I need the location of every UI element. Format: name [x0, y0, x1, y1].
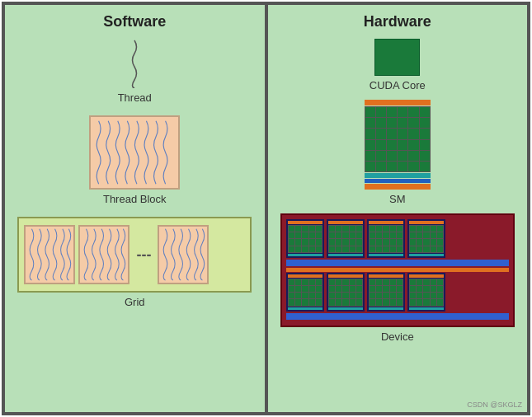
grid-block-3: [158, 225, 209, 284]
sm-cell: [376, 140, 386, 150]
cuda-core-label: CUDA Core: [370, 79, 426, 91]
sm-cell: [398, 107, 407, 117]
sm-cell: [365, 140, 375, 150]
sm-cell: [408, 107, 418, 117]
grid-block-1: [24, 225, 75, 284]
sm-cell: [408, 140, 418, 150]
sm-cell: [420, 140, 430, 150]
sm-cell: [387, 107, 397, 117]
device-label: Device: [381, 330, 414, 343]
sm-cell: [365, 129, 375, 138]
sm-cell: [420, 151, 430, 161]
grid-section: --- Grid: [12, 217, 258, 308]
sm-visual: [365, 100, 431, 190]
sm-cell: [420, 162, 430, 171]
hardware-panel: Hardware CUDA Core: [266, 3, 530, 414]
sm-cell: [408, 118, 418, 128]
sm-cell: [420, 107, 430, 117]
device-row-2: [286, 273, 509, 312]
sm-stripe-blue: [365, 179, 431, 183]
sm-stripe-teal: [365, 173, 431, 178]
main-container: Software Thread: [2, 2, 530, 415]
device-sm-stripe-o: [288, 221, 322, 224]
device-sm-2: [327, 219, 365, 258]
device-section: Device: [280, 213, 515, 343]
thread-section: Thread: [118, 39, 152, 104]
sm-cell: [376, 118, 386, 128]
sm-cell: [398, 118, 407, 128]
sm-stripe-top: [365, 100, 431, 105]
grid-dots: ---: [133, 246, 154, 264]
thread-label: Thread: [118, 91, 152, 104]
device-sm-1: [286, 219, 324, 258]
sm-cell: [365, 118, 375, 128]
sm-cell: [408, 162, 418, 171]
sm-cell: [387, 129, 397, 138]
software-panel: Software Thread: [3, 3, 266, 414]
sm-cell: [376, 129, 386, 138]
device-sm-3: [367, 219, 405, 258]
device-blue-stripe-2: [286, 313, 509, 320]
sm-cell: [376, 162, 386, 171]
device-sm-8: [407, 273, 445, 312]
sm-stripe-bottom: [365, 184, 431, 190]
device-sm-7: [367, 273, 405, 312]
device-sm-4: [407, 219, 445, 258]
grid-block-2: [78, 225, 129, 284]
sm-cell: [387, 151, 397, 161]
thread-block-box: [89, 115, 180, 190]
sm-section: SM: [365, 100, 431, 205]
sm-cell: [365, 107, 375, 117]
device-row-1: [286, 219, 509, 258]
sm-cell: [398, 140, 407, 150]
sm-cell: [387, 162, 397, 171]
sm-cell: [376, 151, 386, 161]
sm-cell: [408, 129, 418, 138]
cuda-core-box: [374, 39, 420, 76]
device-sm-mini-grid: [288, 225, 322, 253]
sm-cell: [365, 151, 375, 161]
sm-cell: [408, 151, 418, 161]
sm-grid: [365, 106, 431, 172]
thread-icon: [122, 39, 147, 88]
sm-cell: [387, 140, 397, 150]
device-outer: [280, 213, 515, 327]
sm-cell: [376, 107, 386, 117]
grid-block-waves-3: [159, 227, 207, 283]
grid-block-waves-2: [80, 227, 128, 283]
device-sm-5: [286, 273, 324, 312]
hardware-title: Hardware: [364, 13, 431, 30]
watermark: CSDN @SKGLZ: [467, 401, 522, 409]
sm-cell: [420, 129, 430, 138]
sm-label: SM: [389, 193, 406, 205]
sm-cell: [398, 162, 407, 171]
thread-block-section: Thread Block: [89, 115, 180, 205]
thread-block-label: Thread Block: [103, 193, 167, 205]
grid-outer: ---: [17, 217, 252, 293]
sm-cell: [398, 151, 407, 161]
sm-cell: [420, 118, 430, 128]
grid-block-waves-1: [26, 227, 73, 283]
cuda-core-section: CUDA Core: [370, 39, 426, 91]
grid-label: Grid: [125, 296, 145, 308]
thread-block-waves: [91, 117, 178, 188]
device-orange-stripe: [286, 268, 509, 272]
device-sm-6: [327, 273, 365, 312]
sm-cell: [365, 162, 375, 171]
device-blue-stripe-1: [286, 260, 509, 266]
sm-cell: [387, 118, 397, 128]
software-title: Software: [103, 13, 166, 30]
sm-cell: [398, 129, 407, 138]
